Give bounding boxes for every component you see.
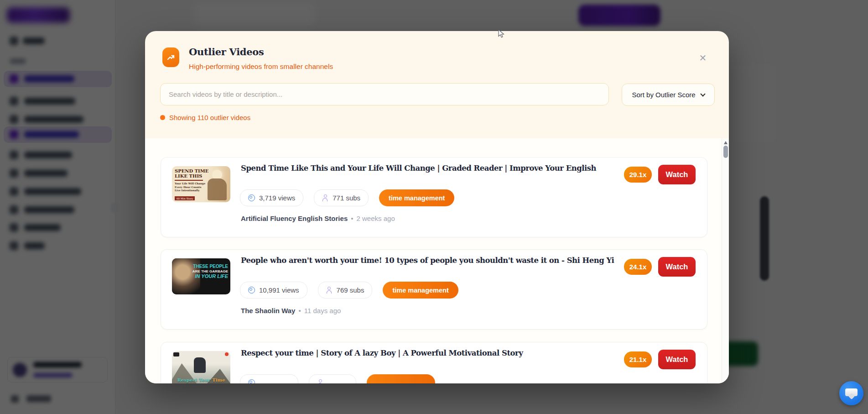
outlier-videos-modal: Outlier Videos High-performing videos fr…	[145, 31, 729, 383]
channel-row: The Shaolin Way • 11 days ago	[241, 307, 341, 314]
views-pill: 3,719 views	[240, 189, 303, 206]
subs-count: 771 subs	[333, 194, 360, 202]
video-card[interactable]: Respect Your TimeA Powerful Motivational…	[161, 342, 707, 383]
video-age: 2 weeks ago	[357, 215, 395, 222]
views-pill	[240, 374, 298, 383]
scrollbar[interactable]	[722, 138, 729, 383]
watch-button[interactable]: Watch	[658, 165, 696, 184]
views-count: 3,719 views	[259, 194, 295, 202]
subs-pill	[309, 374, 356, 383]
video-thumbnail[interactable]: Respect Your TimeA Powerful Motivational…	[172, 351, 230, 383]
sort-dropdown-value: Sort by Outlier Score	[632, 91, 695, 99]
subscribers-icon	[322, 194, 328, 202]
video-stats-row	[240, 374, 435, 383]
scrollbar-up-arrow-icon[interactable]	[724, 141, 728, 144]
watch-button[interactable]: Watch	[658, 257, 696, 277]
trending-up-icon	[162, 47, 179, 67]
scrollbar-thumb[interactable]	[723, 146, 728, 158]
video-title: Respect your time | Story of A lazy Boy …	[241, 349, 523, 357]
modal-subtitle: High-performing videos from smaller chan…	[189, 63, 333, 71]
results-status-text: Showing 110 outlier videos	[169, 114, 250, 121]
channel-name: The Shaolin Way	[241, 307, 295, 314]
video-card[interactable]: SPEND TIMELIKE THISYour Life Will Change…	[161, 157, 707, 237]
chevron-down-icon	[700, 91, 705, 96]
video-card[interactable]: THESE PEOPLEARE THE GARBAGEIN YOUR LIFE …	[161, 249, 707, 330]
topic-tag: time management	[379, 189, 454, 206]
status-dot-icon	[160, 115, 165, 120]
views-icon	[248, 194, 255, 201]
close-icon[interactable]: ✕	[695, 50, 711, 66]
views-count: 10,991 views	[259, 286, 299, 294]
outlier-score-badge: 21.1x	[624, 351, 652, 367]
video-age: 11 days ago	[304, 307, 341, 314]
chat-bubble-icon	[845, 388, 858, 396]
bullet-separator: •	[298, 307, 301, 314]
subs-count: 769 subs	[337, 286, 364, 294]
video-thumbnail[interactable]: SPEND TIMELIKE THISYour Life Will Change…	[172, 166, 230, 202]
watch-button[interactable]: Watch	[658, 350, 696, 369]
subs-pill: 769 subs	[318, 282, 373, 299]
views-icon	[248, 287, 255, 293]
sort-dropdown[interactable]: Sort by Outlier Score	[622, 84, 715, 106]
channel-name: Artificial Fluency English Stories	[241, 215, 348, 222]
video-stats-row: 3,719 views 771 subs time management	[240, 189, 454, 206]
views-icon	[248, 379, 255, 383]
bullet-separator: •	[351, 215, 353, 222]
topic-tag: time management	[383, 282, 458, 299]
subscribers-icon	[317, 379, 323, 384]
subscribers-icon	[326, 287, 333, 294]
topic-tag	[367, 374, 435, 383]
video-title: People who aren't worth your time! 10 ty…	[241, 256, 614, 265]
mouse-cursor	[498, 29, 506, 40]
subs-pill: 771 subs	[314, 189, 369, 206]
video-title: Spend Time Like This and Your Life Will …	[241, 164, 596, 173]
outlier-score-badge: 29.1x	[624, 167, 652, 183]
channel-row: Artificial Fluency English Stories • 2 w…	[241, 215, 395, 222]
video-stats-row: 10,991 views 769 subs time management	[240, 282, 458, 299]
outlier-score-badge: 24.1x	[624, 259, 652, 275]
video-thumbnail[interactable]: THESE PEOPLEARE THE GARBAGEIN YOUR LIFE	[172, 258, 230, 294]
video-list: SPEND TIMELIKE THISYour Life Will Change…	[145, 138, 729, 383]
chat-widget-button[interactable]	[839, 381, 863, 405]
search-input[interactable]	[160, 83, 609, 105]
modal-title: Outlier Videos	[189, 46, 264, 58]
views-pill: 10,991 views	[240, 282, 307, 299]
results-status-row: Showing 110 outlier videos	[160, 114, 250, 121]
